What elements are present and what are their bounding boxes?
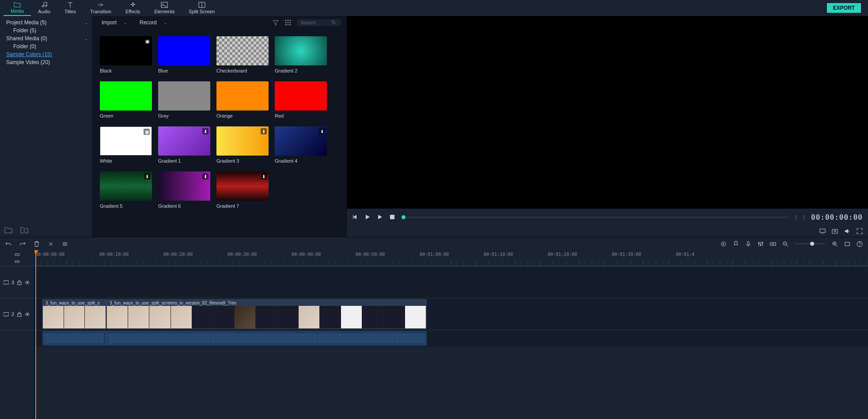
grid-view-icon[interactable] xyxy=(284,19,292,26)
stop-icon[interactable] xyxy=(389,214,395,220)
export-button[interactable]: EXPORT xyxy=(827,3,861,13)
tab-titles[interactable]: Titles xyxy=(57,0,83,16)
mark-in[interactable]: { xyxy=(795,214,797,220)
play-icon[interactable] xyxy=(364,214,371,220)
track-header-3[interactable]: 3 xyxy=(0,266,34,298)
zoom-in-icon[interactable] xyxy=(832,241,838,247)
marker-icon[interactable] xyxy=(733,241,739,247)
zoom-fit-icon[interactable] xyxy=(844,241,850,247)
preview-scrubber[interactable] xyxy=(402,217,789,218)
track-header-audio[interactable] xyxy=(0,330,34,347)
thumbnail-label: Gradient 5 xyxy=(100,203,152,209)
scrubber-handle[interactable] xyxy=(402,215,406,219)
tab-split-screen[interactable]: Split Screen xyxy=(182,0,222,16)
lock-icon[interactable] xyxy=(17,312,22,317)
render-icon[interactable] xyxy=(720,241,727,247)
svg-point-10 xyxy=(288,24,289,26)
audio-clip-1[interactable] xyxy=(42,331,106,346)
adjust-icon[interactable] xyxy=(62,241,68,247)
tab-media[interactable]: Media xyxy=(4,0,31,16)
add-track-icon[interactable] xyxy=(770,241,776,247)
svg-rect-14 xyxy=(820,229,825,232)
settings-icon[interactable] xyxy=(15,259,20,264)
video-clip-2[interactable]: 3_fun_ways_to_use_split_screens_in_versi… xyxy=(106,299,427,329)
undo-icon[interactable] xyxy=(5,241,11,247)
zoom-slider[interactable] xyxy=(795,243,826,244)
audio-clip-2[interactable] xyxy=(106,331,427,346)
video-clip-1[interactable]: 3_fun_ways_to_use_split_s xyxy=(42,299,106,329)
thumbnail-swatch: ⬇ xyxy=(100,171,152,201)
thumbnail-item[interactable]: Grey xyxy=(158,81,210,118)
display-icon[interactable] xyxy=(819,228,826,234)
thumbnail-item[interactable]: Gradient 2 xyxy=(275,36,327,73)
thumbnail-item[interactable]: Orange xyxy=(216,81,269,118)
svg-point-1 xyxy=(163,4,163,4)
thumbnail-item[interactable]: ⬇Gradient 3 xyxy=(216,126,269,164)
tracks-area[interactable]: 00:00:00:0000:00:10:0000:00:20:0000:00:3… xyxy=(34,250,868,419)
preview-screen[interactable] xyxy=(347,16,868,209)
track-row-audio[interactable] xyxy=(34,330,868,347)
sparkle-icon xyxy=(129,2,136,8)
thumbnail-item[interactable]: ⬇Gradient 1 xyxy=(158,126,210,164)
eye-icon[interactable] xyxy=(25,312,30,317)
clip-label: 3_fun_ways_to_use_split_screens_in_versi… xyxy=(110,301,236,305)
snapshot-icon[interactable] xyxy=(832,228,838,234)
thumbnail-item[interactable]: Red xyxy=(275,81,327,118)
thumbnail-item[interactable]: Blue xyxy=(158,36,210,73)
track-row-2[interactable]: 3_fun_ways_to_use_split_s 3_fun_ways_to_… xyxy=(34,298,868,330)
tab-elements[interactable]: Elements xyxy=(147,0,182,16)
redo-icon[interactable] xyxy=(19,241,26,247)
tree-folder-5[interactable]: Folder (5) xyxy=(0,27,92,34)
eye-icon[interactable] xyxy=(25,280,30,285)
tree-sample-colors[interactable]: Sample Colors (15) xyxy=(0,50,92,58)
next-frame-icon[interactable] xyxy=(377,214,383,220)
tab-audio[interactable]: Audio xyxy=(31,0,57,16)
record-dropdown[interactable]: Record ⌄ xyxy=(136,19,171,26)
thumbnail-item[interactable]: ⬇Gradient 4 xyxy=(275,126,327,164)
split-clip-icon[interactable] xyxy=(48,241,54,247)
help-icon[interactable] xyxy=(857,241,863,247)
prev-frame-icon[interactable] xyxy=(352,214,358,220)
search-icon xyxy=(331,20,337,25)
thumbnail-swatch xyxy=(216,36,269,65)
zoom-out-icon[interactable] xyxy=(782,241,788,247)
thumbnail-swatch: ⬇ xyxy=(158,126,210,156)
track-row-3[interactable] xyxy=(34,266,868,298)
import-dropdown[interactable]: Import ⌄ xyxy=(98,19,131,26)
fullscreen-icon[interactable] xyxy=(857,228,863,234)
thumbnail-label: Gradient 4 xyxy=(275,158,327,164)
new-folder-icon[interactable] xyxy=(4,226,12,233)
timeline-ruler[interactable]: 00:00:00:0000:00:10:0000:00:20:0000:00:3… xyxy=(34,250,868,266)
thumbnail-item[interactable]: ⬇Gradient 5 xyxy=(100,171,152,209)
zoom-handle[interactable] xyxy=(810,242,814,246)
playhead[interactable] xyxy=(35,250,36,419)
search-input[interactable] xyxy=(300,20,331,25)
tree-label: Shared Media (0) xyxy=(6,35,47,42)
thumbnail-label: Blue xyxy=(158,68,210,73)
tab-transition[interactable]: Transition xyxy=(83,0,118,16)
filter-icon[interactable] xyxy=(272,19,279,26)
thumbnail-item[interactable]: Checkerboard xyxy=(216,36,269,73)
voiceover-icon[interactable] xyxy=(745,241,751,247)
new-folder-plus-icon[interactable] xyxy=(20,226,28,233)
thumbnail-swatch: ▣ xyxy=(100,126,152,156)
tree-project-media[interactable]: Project Media (5) ⌄ xyxy=(0,19,92,27)
tree-sample-video[interactable]: Sample Video (20) xyxy=(0,58,92,66)
search-box[interactable] xyxy=(297,19,341,26)
lock-icon[interactable] xyxy=(17,280,22,285)
tab-effects[interactable]: Effects xyxy=(118,0,147,16)
mark-out[interactable]: } xyxy=(803,214,805,220)
volume-icon[interactable] xyxy=(844,228,850,234)
thumbnail-label: Checkerboard xyxy=(216,68,269,73)
link-icon[interactable] xyxy=(15,252,20,257)
thumbnail-item[interactable]: ▣Black xyxy=(100,36,152,73)
mixer-icon[interactable] xyxy=(758,241,764,247)
tree-shared-media[interactable]: Shared Media (0) ⌄ xyxy=(0,34,92,42)
thumbnail-item[interactable]: Green xyxy=(100,81,152,118)
thumbnail-item[interactable]: ⬇Gradient 7 xyxy=(216,171,269,209)
delete-icon[interactable] xyxy=(34,241,40,247)
tree-folder-0[interactable]: Folder (0) xyxy=(0,42,92,50)
thumbnail-item[interactable]: ⬇Gradient 6 xyxy=(158,171,210,209)
thumbnail-item[interactable]: ▣White xyxy=(100,126,152,164)
track-header-2[interactable]: 2 xyxy=(0,298,34,330)
